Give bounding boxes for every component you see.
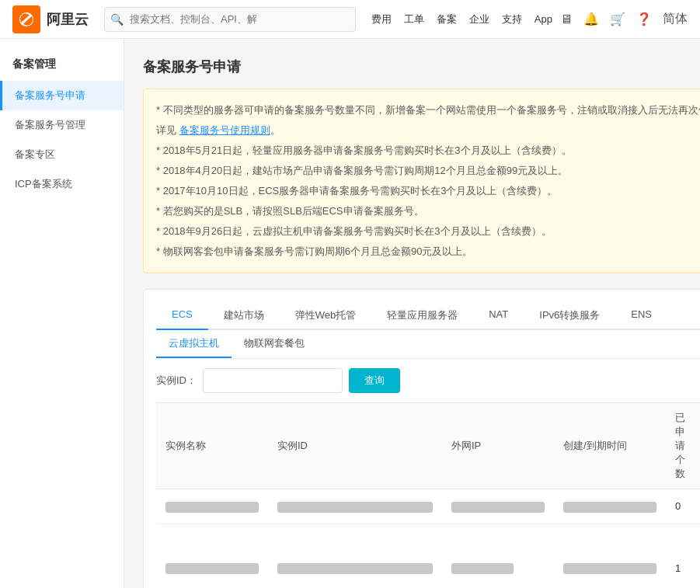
header-icons: 🖥 🔔 🛒 ❓ 简体 (560, 11, 688, 27)
tab-market[interactable]: 建站市场 (208, 302, 280, 330)
tab-nat[interactable]: NAT (473, 302, 524, 330)
col-date: 创建/到期时间 (554, 403, 666, 489)
monitor-icon[interactable]: 🖥 (560, 12, 573, 26)
nav-item-enterprise[interactable]: 企业 (469, 12, 489, 26)
logo-icon (12, 5, 40, 33)
cell-ip (442, 524, 554, 588)
tabs-container: ECS 建站市场 弹性Web托管 轻量应用服务器 NAT IPv6转换服务 EN… (143, 289, 700, 588)
subtab-vhost[interactable]: 云虚拟主机 (156, 330, 232, 358)
cell-action: 申请 | 查看 (695, 524, 700, 588)
nav-item-ticket[interactable]: 工单 (404, 12, 424, 26)
cell-date (554, 489, 666, 524)
subtab-iot[interactable]: 物联网套餐包 (232, 330, 317, 358)
layout: 备案管理 备案服务号申请 备案服务号管理 备案专区 ICP备案系统 备案服务号申… (0, 39, 700, 588)
cell-count: 1 (666, 524, 695, 588)
sub-tabs: 云虚拟主机 物联网套餐包 (156, 330, 700, 359)
query-row: 实例ID： 查询 (156, 359, 700, 402)
sidebar-item-icp[interactable]: ICP备案系统 (0, 169, 124, 199)
main-tabs: ECS 建站市场 弹性Web托管 轻量应用服务器 NAT IPv6转换服务 EN… (156, 302, 700, 330)
cell-count: 0 (666, 489, 695, 524)
cell-ip (442, 489, 554, 524)
sidebar-item-beian-manage[interactable]: 备案服务号管理 (0, 110, 124, 140)
search-bar: 🔍 (104, 7, 356, 32)
cart-icon[interactable]: 🛒 (610, 12, 625, 26)
tab-ipv6[interactable]: IPv6转换服务 (524, 302, 615, 330)
question-icon[interactable]: ❓ (636, 12, 652, 26)
logo-text: 阿里云 (47, 10, 89, 29)
main-content: 备案服务号申请 * 不同类型的服务器可申请的备案服务号数量不同，新增备案一个网站… (124, 39, 700, 588)
sidebar-title: 备案管理 (0, 51, 124, 81)
nav-item-beian[interactable]: 备案 (437, 12, 457, 26)
header: 阿里云 🔍 费用 工单 备案 企业 支持 App 🖥 🔔 🛒 ❓ 简体 (0, 0, 700, 39)
data-table: 实例名称 实例ID 外网IP 创建/到期时间 已申请个数 操作 (156, 402, 700, 588)
bell-icon[interactable]: 🔔 (583, 12, 599, 26)
search-input[interactable] (104, 7, 356, 32)
search-icon: 🔍 (110, 13, 124, 26)
page-title: 备案服务号申请 (143, 57, 700, 76)
cell-id (268, 489, 442, 524)
table-row: 0 - (156, 489, 700, 524)
nav-item-support[interactable]: 支持 (502, 12, 522, 26)
nav-item-app[interactable]: App (535, 13, 552, 25)
sidebar-item-beian-apply[interactable]: 备案服务号申请 (0, 81, 124, 110)
sidebar: 备案管理 备案服务号申请 备案服务号管理 备案专区 ICP备案系统 (0, 39, 124, 588)
cell-name (156, 489, 268, 524)
tab-ecs[interactable]: ECS (156, 302, 208, 330)
col-name: 实例名称 (156, 403, 268, 489)
cell-name (156, 524, 268, 588)
nav-item-fee[interactable]: 费用 (371, 12, 392, 26)
logo[interactable]: 阿里云 (12, 5, 89, 33)
col-id: 实例ID (268, 403, 442, 489)
cell-action: - (695, 489, 700, 524)
col-count: 已申请个数 (666, 403, 695, 489)
header-nav: 费用 工单 备案 企业 支持 App (371, 12, 552, 26)
cell-id (268, 524, 442, 588)
tab-web[interactable]: 弹性Web托管 (280, 302, 372, 330)
lang-icon[interactable]: 简体 (663, 11, 688, 27)
query-input[interactable] (203, 368, 343, 393)
query-button[interactable]: 查询 (349, 368, 400, 393)
tab-ens[interactable]: ENS (615, 302, 667, 330)
query-label: 实例ID： (156, 374, 197, 388)
cell-date (554, 524, 666, 588)
tab-lite[interactable]: 轻量应用服务器 (371, 302, 473, 330)
table-row: 1 申请 | 查看 (156, 524, 700, 588)
col-action: 操作 (695, 403, 700, 489)
sidebar-item-beian-zone[interactable]: 备案专区 (0, 140, 124, 169)
col-ip: 外网IP (442, 403, 554, 489)
notice-box: * 不同类型的服务器可申请的备案服务号数量不同，新增备案一个网站需使用一个备案服… (143, 89, 700, 273)
notice-link[interactable]: 备案服务号使用规则 (179, 124, 270, 136)
